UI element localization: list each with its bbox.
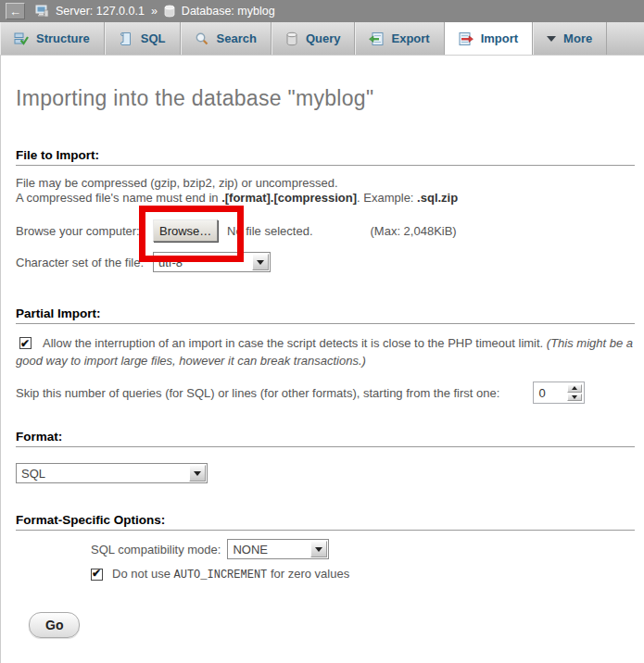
tab-label: SQL xyxy=(141,31,166,45)
compression-note: File may be compressed (gzip, bzip2, zip… xyxy=(16,176,635,206)
auto-increment-checkbox[interactable] xyxy=(91,569,103,581)
browse-label: Browse your computer: xyxy=(16,224,153,238)
export-icon xyxy=(369,31,384,46)
auto-increment-text-prefix: Do not use xyxy=(112,567,174,581)
allow-interruption-text: Allow the interruption of an import in c… xyxy=(43,336,547,350)
go-row: Go xyxy=(16,612,635,638)
section-format-options: Format-Specific Options: xyxy=(16,513,635,531)
top-navbar: ← Server: 127.0.0.1 » Database: myblog xyxy=(0,0,644,22)
sql-compat-selected-value: NONE xyxy=(233,543,268,557)
spinner-down-icon[interactable] xyxy=(567,394,582,402)
sql-compat-select[interactable]: NONE xyxy=(227,539,329,559)
no-file-text: No file selected. xyxy=(227,224,313,238)
format-options-block: SQL compatibility mode: NONE Do not use … xyxy=(91,539,635,582)
format-selected-value: SQL xyxy=(21,467,45,481)
section-file-to-import: File to Import: xyxy=(16,148,635,166)
sql-icon xyxy=(119,31,133,46)
query-icon xyxy=(285,31,298,46)
database-icon xyxy=(164,5,175,18)
section-partial-import: Partial Import: xyxy=(16,306,635,324)
tab-label: Query xyxy=(306,31,341,45)
chevron-down-icon xyxy=(547,36,556,46)
charset-select[interactable]: utf-8 xyxy=(153,252,271,272)
sql-compat-row: SQL compatibility mode: NONE xyxy=(91,539,635,559)
server-icon xyxy=(35,5,49,18)
compression-note-line1: File may be compressed (gzip, bzip2, zip… xyxy=(16,176,338,190)
tab-sql[interactable]: SQL xyxy=(105,22,181,55)
auto-increment-code: AUTO_INCREMENT xyxy=(174,569,268,582)
format-select[interactable]: SQL xyxy=(16,463,208,483)
skip-queries-input[interactable] xyxy=(536,384,567,401)
import-icon xyxy=(459,31,474,46)
allow-interruption-checkbox[interactable] xyxy=(19,337,32,349)
breadcrumb-database[interactable]: Database: myblog xyxy=(182,5,275,18)
browse-button[interactable]: Browse… xyxy=(153,219,218,242)
dropdown-arrow-icon[interactable] xyxy=(310,541,327,557)
sql-compat-label: SQL compatibility mode: xyxy=(91,543,221,557)
skip-queries-stepper[interactable] xyxy=(533,382,585,404)
main-content: Importing into the database "myblog" Fil… xyxy=(0,56,644,663)
structure-icon xyxy=(14,31,29,46)
charset-label: Character set of the file: xyxy=(16,256,153,269)
charset-selected-value: utf-8 xyxy=(158,256,183,269)
auto-increment-text: Do not use AUTO_INCREMENT for zero value… xyxy=(112,567,349,582)
back-button[interactable]: ← xyxy=(6,3,25,19)
breadcrumb-server[interactable]: Server: 127.0.0.1 xyxy=(56,5,145,18)
tab-label: Search xyxy=(217,31,257,45)
skip-queries-label: Skip this number of queries (for SQL) or… xyxy=(16,386,499,400)
format-pattern: .[format].[compression] xyxy=(221,191,357,205)
section-format: Format: xyxy=(16,430,635,447)
tab-label: More xyxy=(563,31,592,45)
dropdown-arrow-icon[interactable] xyxy=(189,465,206,482)
tab-export[interactable]: Export xyxy=(355,22,444,55)
search-icon xyxy=(195,31,209,46)
browse-row: Browse your computer: Browse… No file se… xyxy=(16,219,635,243)
tab-query[interactable]: Query xyxy=(271,22,356,55)
allow-interruption-row: Allow the interruption of an import in c… xyxy=(16,334,635,369)
compression-note-example: . Example: xyxy=(357,191,417,205)
spinner-up-icon[interactable] xyxy=(567,384,582,393)
skip-queries-row: Skip this number of queries (for SQL) or… xyxy=(16,382,635,404)
spinner-buttons xyxy=(567,384,582,401)
tab-label: Structure xyxy=(36,31,90,45)
max-size-note: (Max: 2,048KiB) xyxy=(371,224,457,238)
example-extension: .sql.zip xyxy=(417,191,458,205)
dropdown-arrow-icon[interactable] xyxy=(252,254,269,270)
format-row: SQL xyxy=(16,463,635,483)
auto-increment-text-suffix: for zero values xyxy=(267,567,349,581)
compression-note-line2: A compressed file's name must end in xyxy=(16,191,221,205)
breadcrumb-separator: » xyxy=(151,5,158,18)
tab-more[interactable]: More xyxy=(533,22,607,55)
tab-bar: Structure SQL Search Query xyxy=(0,22,644,56)
auto-increment-row: Do not use AUTO_INCREMENT for zero value… xyxy=(91,567,635,582)
tab-structure[interactable]: Structure xyxy=(0,22,105,55)
go-button[interactable]: Go xyxy=(29,612,80,638)
tab-search[interactable]: Search xyxy=(181,22,271,55)
tab-import[interactable]: Import xyxy=(445,22,533,55)
tab-label: Import xyxy=(481,31,518,45)
charset-row: Character set of the file: utf-8 xyxy=(16,251,635,273)
page-title: Importing into the database "myblog" xyxy=(16,56,635,111)
tab-label: Export xyxy=(391,31,429,45)
